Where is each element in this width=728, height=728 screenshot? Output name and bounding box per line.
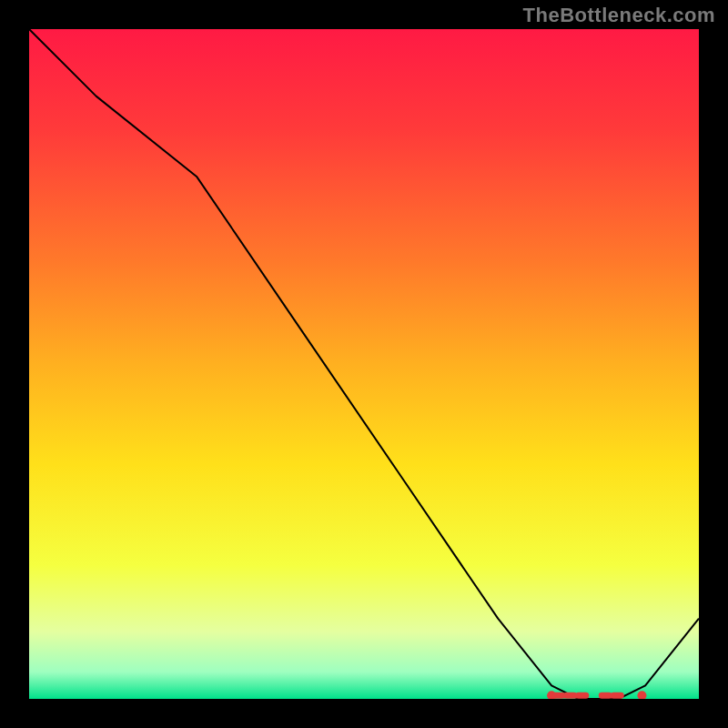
watermark-text: TheBottleneck.com <box>523 4 715 27</box>
plot-area <box>29 29 699 699</box>
canvas: TheBottleneck.com <box>0 0 728 728</box>
gradient-background <box>29 29 699 699</box>
plot-frame <box>29 29 699 699</box>
chart-svg <box>29 29 699 699</box>
